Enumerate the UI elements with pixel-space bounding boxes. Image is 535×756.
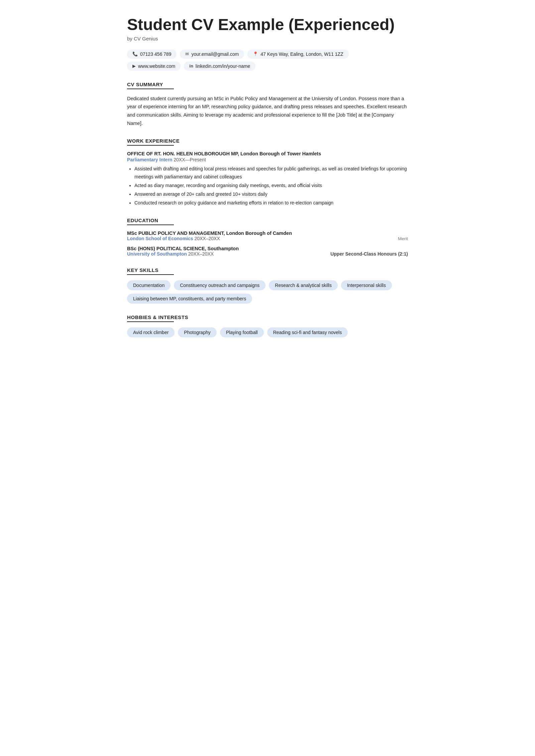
edu-dates-2: 20XX–20XX <box>188 251 214 257</box>
contact-linkedin: in linkedin.com/in/your-name <box>184 61 255 71</box>
bullet-3: Answered an average of 20+ calls and gre… <box>134 190 408 198</box>
edu-degree-1: MSc PUBLIC POLICY AND MANAGEMENT, London… <box>127 231 408 236</box>
email-icon: ✉ <box>185 51 189 56</box>
edu-dates-1: 20XX–20XX <box>194 236 220 241</box>
job-employer: OFFICE OF RT. HON. HELEN HOLBOROUGH MP, … <box>127 151 408 156</box>
page-title: Student CV Example (Experienced) <box>127 16 408 34</box>
contact-email: ✉ your.email@gmail.com <box>180 49 244 59</box>
job-title-line: Parliamentary Intern 20XX—Present <box>127 157 408 162</box>
summary-section: CV SUMMARY Dedicated student currently p… <box>127 82 408 128</box>
location-icon: 📍 <box>253 51 258 56</box>
education-section: EDUCATION MSc PUBLIC POLICY AND MANAGEME… <box>127 217 408 257</box>
phone-text: 07123 456 789 <box>140 51 171 57</box>
job-bullets: Assisted with drafting and editing local… <box>127 165 408 207</box>
contact-row-2: ▶ www.website.com in linkedin.com/in/you… <box>127 61 408 71</box>
key-skills-divider <box>127 274 174 275</box>
job-dates: 20XX—Present <box>174 157 206 162</box>
phone-icon: 📞 <box>132 51 138 56</box>
hobbies-title: HOBBIES & INTERESTS <box>127 314 408 320</box>
skill-tag-5: Liaising between MP, constituents, and p… <box>127 294 252 304</box>
edu-subrow-1: London School of Economics 20XX–20XX Mer… <box>127 236 408 241</box>
summary-title: CV SUMMARY <box>127 82 408 87</box>
key-skills-title: KEY SKILLS <box>127 267 408 273</box>
education-title: EDUCATION <box>127 217 408 223</box>
bullet-2: Acted as diary manager, recording and or… <box>134 182 408 190</box>
bullet-1: Assisted with drafting and editing local… <box>134 165 408 181</box>
skill-tag-2: Constituency outreach and campaigns <box>174 280 265 290</box>
work-experience-divider <box>127 145 174 146</box>
edu-grade-1: Merit <box>398 236 408 241</box>
contact-website: ▶ www.website.com <box>127 61 181 71</box>
key-skills-section: KEY SKILLS Documentation Constituency ou… <box>127 267 408 304</box>
edu-school-1: London School of Economics <box>127 236 193 241</box>
hobby-tag-3: Playing football <box>220 327 264 337</box>
skill-tag-4: Interpersonal skills <box>341 280 392 290</box>
email-text: your.email@gmail.com <box>191 51 239 57</box>
edu-entry-1: MSc PUBLIC POLICY AND MANAGEMENT, London… <box>127 231 408 241</box>
contact-phone: 📞 07123 456 789 <box>127 49 177 59</box>
edu-entry-2: BSc (HONS) POLITICAL SCIENCE, Southampto… <box>127 246 408 257</box>
skill-tag-1: Documentation <box>127 280 171 290</box>
edu-school-dates-1: London School of Economics 20XX–20XX <box>127 236 220 241</box>
summary-text: Dedicated student currently pursuing an … <box>127 95 408 128</box>
hobbies-section: HOBBIES & INTERESTS Avid rock climber Ph… <box>127 314 408 337</box>
edu-school-2: University of Southampton <box>127 251 187 257</box>
summary-divider <box>127 89 174 89</box>
education-divider <box>127 224 174 225</box>
hobby-tag-2: Photography <box>178 327 216 337</box>
contact-row-1: 📞 07123 456 789 ✉ your.email@gmail.com 📍… <box>127 49 408 59</box>
edu-grade-2: Upper Second-Class Honours (2:1) <box>330 251 408 257</box>
job-role: Parliamentary Intern <box>127 157 172 162</box>
web-icon: ▶ <box>132 63 136 68</box>
hobbies-divider <box>127 321 174 322</box>
work-experience-title: WORK EXPERIENCE <box>127 138 408 144</box>
contact-location: 📍 47 Keys Way, Ealing, London, W11 1ZZ <box>247 49 348 59</box>
website-text: www.website.com <box>138 63 175 69</box>
skill-tag-3: Research & analytical skills <box>269 280 338 290</box>
edu-subrow-2: University of Southampton 20XX–20XX Uppe… <box>127 251 408 257</box>
hobby-tag-1: Avid rock climber <box>127 327 175 337</box>
work-experience-section: WORK EXPERIENCE OFFICE OF RT. HON. HELEN… <box>127 138 408 207</box>
edu-school-dates-2: University of Southampton 20XX–20XX <box>127 251 214 257</box>
job-entry-1: OFFICE OF RT. HON. HELEN HOLBOROUGH MP, … <box>127 151 408 207</box>
key-skills-tags: Documentation Constituency outreach and … <box>127 280 408 304</box>
linkedin-icon: in <box>189 63 193 68</box>
edu-degree-2: BSc (HONS) POLITICAL SCIENCE, Southampto… <box>127 246 408 251</box>
hobby-tag-4: Reading sci-fi and fantasy novels <box>267 327 348 337</box>
byline: by CV Genius <box>127 36 408 41</box>
hobbies-tags: Avid rock climber Photography Playing fo… <box>127 327 408 337</box>
location-text: 47 Keys Way, Ealing, London, W11 1ZZ <box>260 51 343 57</box>
linkedin-text: linkedin.com/in/your-name <box>196 63 250 69</box>
bullet-4: Conducted research on policy guidance an… <box>134 199 408 207</box>
